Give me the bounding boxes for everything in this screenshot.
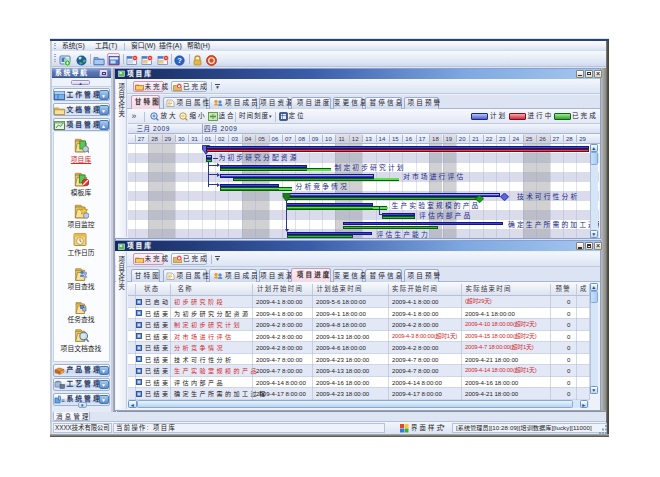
svg-text:?: ? — [177, 56, 182, 65]
